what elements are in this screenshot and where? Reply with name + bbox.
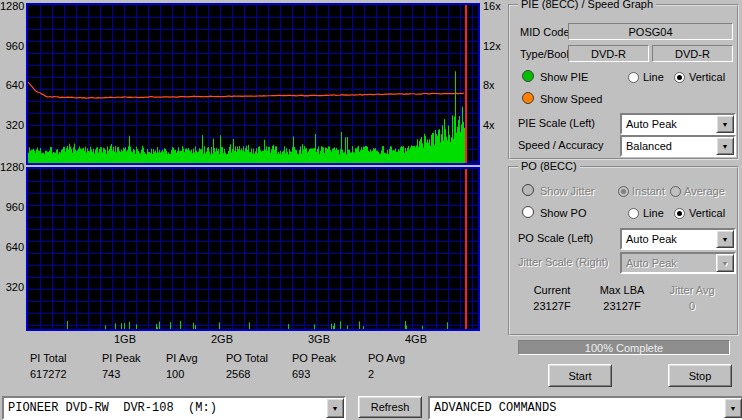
pie-y-axis-label: 960 — [0, 41, 24, 52]
max-lba-stat: Max LBA 23127F — [590, 284, 654, 312]
stat-column: PO Peak693 — [292, 352, 368, 380]
po-vertical-radio[interactable] — [674, 208, 685, 219]
x-axis-label: 1GB — [110, 334, 140, 345]
speed-y-axis-label: 4x — [483, 120, 507, 131]
start-button-label: Start — [568, 370, 591, 382]
dropdown-arrow-icon: ▼ — [716, 254, 734, 272]
stat-label: PO Peak — [292, 352, 368, 364]
pie-y-axis-label: 640 — [0, 80, 24, 91]
book-type-field: DVD-R — [652, 45, 733, 62]
stat-label: PI Total — [30, 352, 102, 364]
po-plot — [26, 167, 480, 331]
jitter-scale-value: Auto Peak — [622, 254, 716, 272]
stat-label: PO Avg — [368, 352, 426, 364]
pie-y-axis-label: 320 — [0, 120, 24, 131]
type-book-label: Type/Book — [520, 48, 572, 60]
advanced-commands-select[interactable]: ADVANCED COMMANDS ▼ — [428, 396, 742, 420]
disc-type-value: DVD-R — [591, 48, 626, 60]
stat-value: 617272 — [30, 368, 102, 380]
mid-code-field: POSG04 — [568, 23, 733, 40]
pie-line-radio[interactable] — [628, 72, 639, 83]
po-vertical-label: Vertical — [689, 207, 725, 219]
disc-quality-scan-window: 128096064032016x12x8x4x12809606403201GB2… — [0, 0, 742, 420]
po-line-label: Line — [643, 207, 664, 219]
stat-column: PI Peak743 — [102, 352, 166, 380]
refresh-button[interactable]: Refresh — [358, 396, 422, 418]
stat-value: 2568 — [226, 368, 292, 380]
speed-accuracy-value: Balanced — [622, 137, 716, 155]
current-lba-stat: Current 23127F — [520, 284, 584, 312]
pie-speed-panel: PIE (8ECC) / Speed Graph MID Code POSG04… — [508, 4, 739, 160]
po-panel: PO (8ECC) Show Jitter Instant Average Sh… — [508, 166, 739, 336]
jitter-average-radio — [670, 186, 681, 197]
po-panel-title: PO (8ECC) — [518, 160, 580, 172]
progress-bar: 100% Complete — [518, 340, 730, 355]
po-y-axis-label: 320 — [0, 282, 24, 293]
scan-statistics: PI Total617272PI Peak743PI Avg100PO Tota… — [30, 352, 426, 380]
dropdown-arrow-icon[interactable]: ▼ — [724, 398, 742, 418]
po-line-radio[interactable] — [628, 208, 639, 219]
stat-column: PI Avg100 — [166, 352, 226, 380]
speed-y-axis-label: 16x — [483, 1, 507, 12]
progress-fill: 100% Complete — [519, 341, 729, 354]
show-pie-led[interactable] — [522, 70, 534, 82]
stat-label: PI Peak — [102, 352, 166, 364]
stop-button[interactable]: Stop — [668, 364, 732, 387]
show-po-led[interactable] — [522, 206, 534, 218]
book-type-value: DVD-R — [675, 48, 710, 60]
drive-select[interactable]: PIONEER DVD-RW DVR-108 (M:) ▼ — [2, 396, 346, 420]
show-speed-label: Show Speed — [540, 93, 602, 105]
x-axis-label: 3GB — [304, 334, 334, 345]
dropdown-arrow-icon[interactable]: ▼ — [716, 115, 734, 133]
show-po-label: Show PO — [540, 207, 586, 219]
jitter-instant-label: Instant — [632, 185, 665, 197]
stat-value: 743 — [102, 368, 166, 380]
jitter-avg-stat: Jitter Avg 0 — [658, 284, 726, 312]
pie-scale-select[interactable]: Auto Peak ▼ — [620, 113, 736, 135]
x-axis-label: 4GB — [401, 334, 431, 345]
current-label: Current — [520, 284, 584, 296]
speed-y-axis-label: 12x — [483, 41, 507, 52]
start-button[interactable]: Start — [548, 364, 612, 387]
jitter-average-label: Average — [684, 185, 725, 197]
max-lba-value: 23127F — [590, 300, 654, 312]
stat-column: PI Total617272 — [30, 352, 102, 380]
mid-code-value: POSG04 — [628, 26, 672, 38]
stat-column: PO Total2568 — [226, 352, 292, 380]
po-graph-canvas — [28, 169, 478, 329]
po-scale-label: PO Scale (Left) — [518, 232, 593, 244]
jitter-scale-label: Jitter Scale (Right) — [518, 256, 608, 268]
drive-select-value: PIONEER DVD-RW DVR-108 (M:) — [4, 398, 326, 418]
dropdown-arrow-icon[interactable]: ▼ — [326, 398, 344, 418]
po-y-axis-label: 1280 — [0, 162, 24, 173]
po-y-axis-label: 640 — [0, 242, 24, 253]
stat-value: 2 — [368, 368, 426, 380]
mid-code-label: MID Code — [520, 26, 570, 38]
pie-scale-value: Auto Peak — [622, 115, 716, 133]
show-jitter-label: Show Jitter — [540, 185, 594, 197]
max-lba-label: Max LBA — [590, 284, 654, 296]
pie-line-label: Line — [643, 71, 664, 83]
dropdown-arrow-icon[interactable]: ▼ — [716, 137, 734, 155]
po-scale-value: Auto Peak — [622, 230, 716, 248]
refresh-button-label: Refresh — [371, 401, 410, 413]
disc-type-field: DVD-R — [568, 45, 649, 62]
speed-accuracy-select[interactable]: Balanced ▼ — [620, 135, 736, 157]
pie-vertical-radio[interactable] — [674, 72, 685, 83]
jitter-scale-select: Auto Peak ▼ — [620, 252, 736, 274]
pie-scale-label: PIE Scale (Left) — [518, 117, 595, 129]
stat-value: 100 — [166, 368, 226, 380]
speed-y-axis-label: 8x — [483, 80, 507, 91]
pie-panel-title: PIE (8ECC) / Speed Graph — [518, 0, 656, 10]
dropdown-arrow-icon[interactable]: ▼ — [716, 230, 734, 248]
stat-value: 693 — [292, 368, 368, 380]
speed-accuracy-label: Speed / Accuracy — [518, 139, 604, 151]
stat-label: PI Avg — [166, 352, 226, 364]
po-scale-select[interactable]: Auto Peak ▼ — [620, 228, 736, 250]
jitter-avg-label: Jitter Avg — [658, 284, 726, 296]
current-value: 23127F — [520, 300, 584, 312]
show-speed-led[interactable] — [522, 92, 534, 104]
show-jitter-led — [522, 184, 534, 196]
stat-column: PO Avg2 — [368, 352, 426, 380]
pie-speed-graph-canvas — [28, 5, 478, 163]
